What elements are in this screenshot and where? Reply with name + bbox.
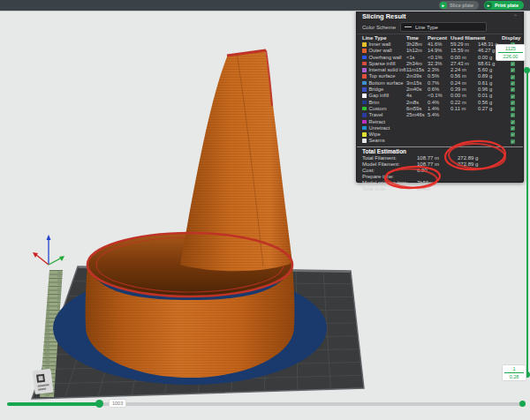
line-type-color-swatch (362, 132, 367, 137)
layer-slider-bottom-tooltip: 1 0.28 (502, 364, 526, 381)
display-checkbox[interactable]: ✓ (511, 120, 515, 124)
line-type-percent: 41.6% (428, 41, 450, 48)
col-line-type: Line Type (362, 35, 406, 41)
line-type-percent (428, 138, 450, 144)
display-checkbox[interactable]: ✓ (511, 94, 515, 99)
display-checkbox[interactable]: ✓ (511, 101, 515, 105)
line-type-weight: 0.01 g (478, 93, 502, 99)
line-type-weight: 0.89 g (478, 73, 502, 79)
display-checkbox[interactable]: ✓ (511, 113, 515, 117)
line-type-length: 0.56 m (450, 73, 478, 79)
total-value-2: 272.89 g (458, 161, 518, 168)
line-type-time: 2h34m (406, 61, 428, 67)
display-checkbox[interactable]: ✓ (511, 87, 515, 92)
line-type-row: Bridge2m40s0.6%0.39 m0.96 g✓ (357, 86, 523, 93)
line-type-length: 27.43 m (450, 61, 478, 67)
line-type-color-swatch (362, 120, 367, 124)
display-checkbox[interactable]: ✓ (511, 62, 515, 66)
line-type-label: Brim (362, 100, 406, 106)
line-type-color-swatch (362, 62, 367, 66)
print-plate-button[interactable]: ▸ Print plate (484, 1, 524, 10)
line-type-weight (478, 112, 502, 118)
display-checkbox[interactable]: ✓ (511, 132, 515, 137)
slice-dropdown-icon[interactable]: ▸ (440, 2, 447, 9)
line-type-weight (478, 131, 502, 138)
color-scheme-dropdown[interactable]: Line Type (400, 22, 487, 32)
line-type-label: Seams (362, 138, 406, 144)
line-type-color-swatch (362, 49, 367, 53)
line-type-color-swatch (362, 107, 367, 111)
line-type-time: 2m39s (406, 73, 428, 79)
line-type-length: 0.00 m (450, 55, 478, 61)
totals-divider (357, 146, 523, 147)
line-type-label: Overhang wall (362, 55, 406, 61)
line-type-time: 3m15s (406, 80, 428, 86)
line-type-time: <1s (406, 55, 428, 61)
total-row: Total time:8h4m (357, 186, 523, 192)
line-type-time: 6m59s (406, 106, 428, 112)
line-type-label: Unretract (362, 125, 406, 131)
total-value-1 (417, 174, 458, 180)
model-vase[interactable] (86, 50, 295, 378)
line-type-length: 2.24 m (450, 67, 478, 73)
line-type-weight (478, 119, 502, 125)
total-value-2 (458, 186, 518, 192)
slicing-result-panel: Slicing Result ⌃ Color Scheme Line Type … (356, 10, 524, 183)
display-checkbox[interactable]: ✓ (511, 107, 515, 111)
print-dropdown-icon[interactable]: ▸ (485, 2, 492, 9)
line-type-weight: 0.96 g (478, 86, 502, 93)
total-value-2: 272.89 g (458, 155, 518, 161)
total-estimation-title: Total Estimation (357, 148, 523, 155)
bottom-layer-number: 1 (512, 366, 515, 372)
total-row: Prepare time: (357, 174, 523, 180)
line-type-length (450, 131, 478, 138)
line-type-time: 4s (406, 93, 428, 99)
line-type-length: 15.59 m (450, 48, 478, 54)
line-type-percent: 14.9% (428, 48, 450, 54)
step-slider-end-handle[interactable] (519, 401, 526, 407)
step-slider-track[interactable] (7, 402, 523, 406)
display-checkbox[interactable]: ✓ (511, 139, 515, 144)
total-value-1: 108.77 m (417, 161, 458, 168)
line-type-row: Travel25m46s5.4%✓ (357, 112, 523, 118)
line-type-label: Internal solid infill (362, 67, 406, 73)
col-display: Display (502, 35, 523, 41)
line-type-time: 1h12m (406, 48, 428, 54)
display-checkbox[interactable]: ✓ (511, 68, 515, 72)
step-slider-handle[interactable] (95, 400, 103, 408)
line-type-percent (428, 125, 450, 131)
line-type-color-swatch (362, 113, 367, 117)
display-checkbox[interactable]: ✓ (511, 126, 515, 131)
color-scheme-label: Color Scheme (362, 25, 396, 30)
line-type-label: Gap infill (362, 93, 406, 99)
total-row: Total Filament:108.77 m272.89 g (357, 155, 523, 161)
collapse-panel-icon[interactable]: ⌃ (513, 13, 518, 19)
top-bar: ▸ Slice plate ▸ Print plate (0, 0, 530, 11)
layer-slider-track[interactable] (526, 71, 528, 375)
line-type-length: 59.29 m (450, 41, 478, 48)
line-type-color-swatch (362, 74, 367, 79)
color-scheme-value: Line Type (415, 25, 438, 30)
display-checkbox[interactable]: ✓ (511, 81, 515, 86)
line-type-weight: 0.27 g (478, 106, 502, 112)
line-type-percent: 0.6% (428, 86, 450, 93)
display-checkbox[interactable]: ✓ (511, 75, 515, 79)
line-type-time: 2m40s (406, 86, 428, 93)
line-type-time: 2m8s (406, 100, 428, 106)
slice-plate-button[interactable]: ▸ Slice plate (439, 1, 479, 10)
total-label: Model printing time: (362, 180, 417, 186)
total-value-2 (458, 174, 518, 180)
line-type-color-swatch (362, 81, 367, 86)
layer-slider-top-handle[interactable] (524, 67, 530, 73)
total-row: Model Filament:108.77 m272.89 g (357, 161, 523, 168)
line-type-percent (428, 119, 450, 125)
model-fin (180, 50, 292, 271)
line-type-time: 11m15s (406, 67, 428, 73)
line-type-time: 3h28m (406, 41, 428, 48)
total-label: Cost: (362, 168, 417, 174)
line-type-time (406, 138, 428, 144)
top-layer-number: 1125 (505, 46, 516, 52)
line-type-color-swatch (362, 126, 367, 131)
line-type-label: Inner wall (362, 41, 406, 48)
line-type-label: Wipe (362, 131, 406, 138)
